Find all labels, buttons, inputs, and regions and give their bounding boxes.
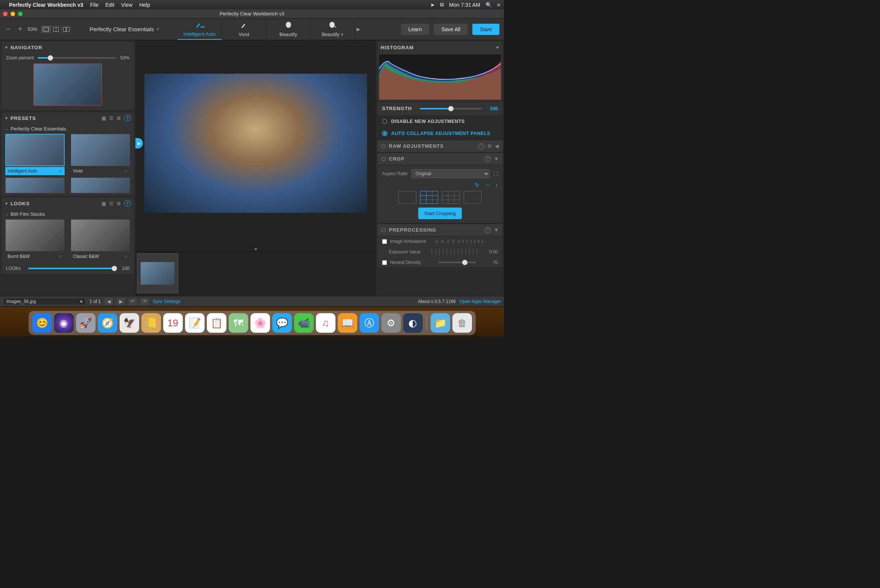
image-ambulance-checkbox[interactable]	[382, 239, 387, 244]
tab-beautify-plus[interactable]: + Beautify +	[311, 18, 355, 40]
dock-calendar[interactable]: 19	[163, 313, 183, 333]
gear-icon[interactable]: ⚙	[487, 143, 492, 149]
preset-item[interactable]	[71, 177, 130, 193]
gear-icon[interactable]: ⚙	[117, 115, 121, 121]
dock-ibooks[interactable]: 📖	[338, 313, 357, 333]
collapse-icon[interactable]: ▼	[5, 45, 8, 50]
cursor-icon[interactable]: ➤	[430, 2, 435, 8]
gear-icon[interactable]: ⚙	[117, 201, 121, 206]
before-after-toggle[interactable]: ▶	[135, 138, 143, 149]
navigator-thumbnail[interactable]	[33, 64, 102, 106]
tabs-more-button[interactable]: ▶	[355, 18, 362, 40]
dock-finder[interactable]: 😊	[32, 313, 52, 333]
help-icon[interactable]: ?	[124, 200, 131, 207]
looks-strength-slider[interactable]	[28, 268, 114, 269]
view-side-icon[interactable]	[61, 26, 71, 33]
neutral-density-checkbox[interactable]	[382, 260, 387, 265]
dock-messages[interactable]: 💬	[272, 313, 292, 333]
section-toggle-icon[interactable]	[381, 228, 386, 232]
close-window-button[interactable]	[3, 12, 8, 16]
dock-settings[interactable]: ⚙	[381, 313, 401, 333]
favorite-icon[interactable]: ☆	[59, 254, 62, 259]
open-apps-manager-link[interactable]: Open Apps Manager	[460, 299, 501, 304]
zoom-out-button[interactable]: −	[4, 25, 13, 33]
redo-button[interactable]: ↷	[141, 298, 149, 305]
dock-trash[interactable]: 🗑	[452, 313, 472, 333]
dock-appstore[interactable]: Ⓐ	[360, 313, 379, 333]
collapse-icon[interactable]: ▼	[5, 116, 8, 120]
minimize-window-button[interactable]	[11, 12, 15, 16]
crop-tool-icon[interactable]: ⛶	[493, 171, 498, 176]
menu-file[interactable]: File	[90, 2, 99, 8]
menu-edit[interactable]: Edit	[105, 2, 114, 8]
grid-thirds[interactable]	[420, 191, 438, 204]
tab-beautify[interactable]: Beautify	[266, 18, 311, 40]
aspect-ratio-select[interactable]: Original	[411, 169, 490, 178]
help-icon[interactable]: ?	[485, 156, 491, 162]
menu-list-icon[interactable]: ≡	[497, 2, 500, 8]
collapse-left-icon[interactable]: ◀	[495, 143, 499, 149]
grid-golden[interactable]	[464, 191, 482, 204]
collapse-icon[interactable]: ▼	[494, 227, 499, 233]
dock-facetime[interactable]: 📹	[294, 313, 314, 333]
favorite-icon[interactable]: ☆	[59, 169, 62, 174]
neutral-density-slider[interactable]	[438, 262, 476, 263]
preset-item[interactable]	[5, 177, 65, 193]
look-burnt-bw[interactable]: Burnt B&W☆	[5, 219, 65, 261]
list-view-icon[interactable]: ☰	[109, 115, 114, 121]
next-image-button[interactable]: ▶	[117, 298, 125, 305]
strength-slider[interactable]	[420, 108, 482, 109]
dock-safari[interactable]: 🧭	[98, 313, 117, 333]
dock-contacts[interactable]: 📒	[141, 313, 161, 333]
view-split-icon[interactable]	[51, 26, 61, 33]
section-toggle-icon[interactable]	[381, 144, 386, 149]
looks-group-header[interactable]: ⌄ BW Film Stocks	[2, 209, 134, 219]
favorite-icon[interactable]: ☆	[124, 254, 128, 259]
image-viewer[interactable]: ▶	[135, 40, 376, 246]
dock-itunes[interactable]: ♫	[316, 313, 335, 333]
displays-icon[interactable]: ⧉	[440, 2, 444, 8]
filename-dropdown[interactable]: Images_56.jpg▾	[3, 298, 86, 305]
spotlight-icon[interactable]: 🔍	[486, 2, 492, 8]
dock-downloads[interactable]: 📁	[431, 313, 450, 333]
preset-group-header[interactable]: ⌄ Perfectly Clear Essentials	[2, 124, 134, 134]
prev-image-button[interactable]: ◀	[105, 298, 113, 305]
tab-vivid[interactable]: Vivid	[222, 18, 266, 40]
grid-view-icon[interactable]: ▦	[102, 201, 106, 206]
tab-intelligent-auto[interactable]: HD Intelligent Auto	[178, 18, 222, 40]
crop-header[interactable]: CROP ?▼	[378, 153, 502, 165]
help-icon[interactable]: ?	[124, 115, 131, 121]
look-classic-bw[interactable]: Classic B&W☆	[71, 219, 130, 261]
favorite-icon[interactable]: ☆	[124, 169, 128, 174]
dock-reminders[interactable]: 📋	[207, 313, 226, 333]
dock-photos[interactable]: 🌸	[250, 313, 270, 333]
flip-horizontal-icon[interactable]: ↔	[485, 182, 490, 188]
maximize-window-button[interactable]	[18, 12, 23, 16]
learn-button[interactable]: Learn	[401, 24, 429, 35]
disable-new-adjustments-toggle[interactable]: DISABLE NEW ADJUSTMENTS	[378, 116, 502, 127]
help-icon[interactable]: ?	[485, 227, 491, 233]
collapse-icon[interactable]: ▼	[5, 202, 8, 206]
start-cropping-button[interactable]: Start Cropping	[418, 208, 462, 219]
grid-view-icon[interactable]: ▦	[102, 115, 106, 121]
dock-workbench[interactable]: ◐	[403, 313, 423, 333]
filmstrip-collapse-icon[interactable]: ▾	[135, 246, 376, 252]
zoom-slider[interactable]	[38, 57, 117, 59]
flip-vertical-icon[interactable]: ↕	[495, 182, 498, 188]
dock-maps[interactable]: 🗺	[229, 313, 248, 333]
rotate-icon[interactable]: ↻	[475, 182, 479, 188]
preset-vivid[interactable]: Vivid☆	[71, 134, 130, 175]
help-icon[interactable]: ?	[478, 143, 484, 149]
preset-dropdown[interactable]: Perfectly Clear Essentials ▾	[75, 26, 174, 32]
view-single-icon[interactable]	[41, 26, 51, 33]
auto-collapse-toggle[interactable]: AUTO COLLAPSE ADJUSTMENT PANELS	[378, 128, 502, 139]
save-button[interactable]: Save	[472, 24, 499, 35]
grid-quarters[interactable]	[442, 191, 460, 204]
menubar-clock[interactable]: Mon 7:31 AM	[449, 2, 480, 8]
exposure-slider[interactable]	[432, 249, 480, 255]
menu-help[interactable]: Help	[139, 2, 150, 8]
zoom-in-button[interactable]: +	[16, 25, 25, 33]
raw-adjustments-header[interactable]: RAW ADJUSTMENTS ?⚙◀	[378, 140, 502, 152]
preprocessing-header[interactable]: PREPROCESSING ?▼	[378, 224, 502, 236]
dock-notes[interactable]: 📝	[185, 313, 205, 333]
